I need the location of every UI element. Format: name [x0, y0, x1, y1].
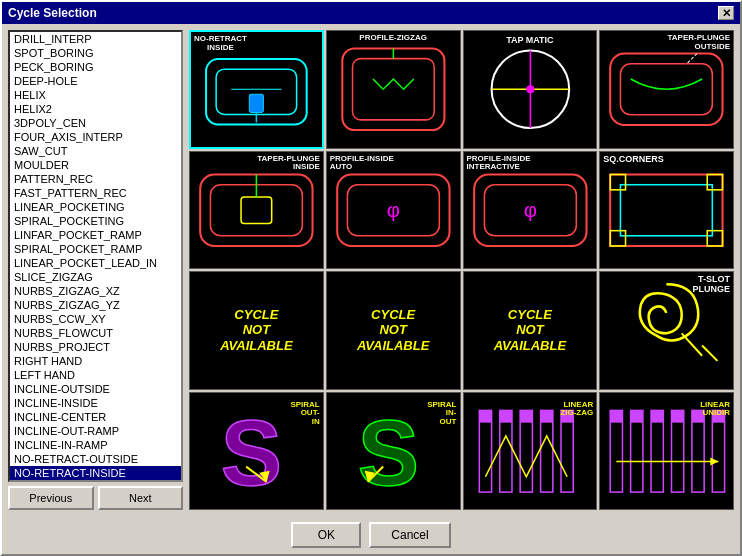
svg-rect-30: [707, 230, 722, 245]
list-item-linear-pocketing[interactable]: LINEAR_POCKETING: [10, 200, 181, 214]
list-item-linfar-pocket-ramp[interactable]: LINFAR_POCKET_RAMP: [10, 228, 181, 242]
list-item-right-hand[interactable]: RIGHT HAND: [10, 354, 181, 368]
svg-line-31: [682, 333, 702, 355]
svg-rect-5: [342, 48, 444, 130]
previous-button[interactable]: Previous: [8, 486, 94, 510]
list-item-peck-boring[interactable]: PECK_BORING: [10, 60, 181, 74]
list-item-deep-hole[interactable]: DEEP-HOLE: [10, 74, 181, 88]
grid-cell-spiral-in-out[interactable]: S S SPIRALIN-OUT: [326, 392, 461, 511]
grid-cell-linear-zigzag[interactable]: LINEARZIG-ZAG: [463, 392, 598, 511]
svg-rect-52: [610, 410, 622, 422]
list-item-incline-in-ramp[interactable]: INCLINE-IN-RAMP: [10, 438, 181, 452]
svg-rect-54: [631, 410, 643, 422]
svg-rect-42: [479, 410, 491, 422]
dialog-title: Cycle Selection: [8, 6, 97, 20]
grid-cell-tap-matic[interactable]: TAP MATIC: [463, 30, 598, 149]
cell-label-profile-inside-auto: PROFILE-INSIDEAUTO: [330, 155, 457, 173]
grid-cell-profile-inside-interactive[interactable]: φ PROFILE-INSIDEINTERACTIVE: [463, 151, 598, 270]
grid-cell-profile-zigzag[interactable]: PROFILE-ZIGZAG: [326, 30, 461, 149]
svg-rect-3: [249, 94, 263, 112]
svg-marker-64: [711, 457, 719, 465]
list-item-spiral-pocketing[interactable]: SPIRAL_POCKETING: [10, 214, 181, 228]
list-item-fast-pattern-rec[interactable]: FAST_PATTERN_REC: [10, 186, 181, 200]
cycle-list-scroll[interactable]: HOLE_INT-2DRILL_MOTIONSFAST_DRILLDRILL_I…: [10, 32, 181, 480]
svg-rect-17: [241, 196, 272, 223]
list-item-four-axis-interp[interactable]: FOUR_AXIS_INTERP: [10, 130, 181, 144]
cycle-not-available-label-2: CYCLENOTAVAILABLE: [357, 307, 429, 354]
list-item-no-retract-inside[interactable]: NO-RETRACT-INSIDE: [10, 466, 181, 480]
svg-text:S: S: [221, 401, 282, 503]
list-item-nurbs-ccw-xy[interactable]: NURBS_CCW_XY: [10, 312, 181, 326]
cell-label-profile-inside-interactive: PROFILE-INSIDEINTERACTIVE: [467, 155, 594, 173]
svg-rect-58: [672, 410, 684, 422]
cell-label-no-retract-inside: NO-RETRACTINSIDE: [194, 35, 247, 53]
list-item-no-retract-outside[interactable]: NO-RETRACT-OUTSIDE: [10, 452, 181, 466]
cell-label-t-slot-plunge: T-SLOTPLUNGE: [692, 275, 730, 295]
list-item-linear-pocket-lead-in[interactable]: LINEAR_POCKET_LEAD_IN: [10, 256, 181, 270]
cell-label-taper-plunge-outside: TAPER-PLUNGEOUTSIDE: [667, 34, 730, 52]
list-item-helix2[interactable]: HELIX2: [10, 102, 181, 116]
grid-cell-profile-inside-auto[interactable]: φ PROFILE-INSIDEAUTO: [326, 151, 461, 270]
cell-label-profile-zigzag: PROFILE-ZIGZAG: [330, 34, 457, 43]
list-item-3dpoly-cen[interactable]: 3DPOLY_CEN: [10, 116, 181, 130]
list-item-left-hand[interactable]: LEFT HAND: [10, 368, 181, 382]
svg-line-14: [687, 54, 697, 64]
grid-cell-cycle-not-2[interactable]: CYCLENOTAVAILABLE: [326, 271, 461, 390]
list-item-nurbs-zigzag-yz[interactable]: NURBS_ZIGZAG_YZ: [10, 298, 181, 312]
grid-cell-no-retract-inside[interactable]: NO-RETRACTINSIDE: [189, 30, 324, 149]
grid-cell-sq-corners[interactable]: SQ.CORNERS: [599, 151, 734, 270]
cancel-button[interactable]: Cancel: [369, 522, 450, 548]
list-item-slice-zigzag[interactable]: SLICE_ZIGZAG: [10, 270, 181, 284]
bottom-bar: OK Cancel: [2, 516, 740, 554]
cell-label-taper-plunge-inside: TAPER-PLUNGEINSIDE: [257, 155, 320, 173]
list-item-incline-center[interactable]: INCLINE-CENTER: [10, 410, 181, 424]
list-item-nurbs-project[interactable]: NURBS_PROJECT: [10, 340, 181, 354]
svg-rect-6: [352, 59, 434, 120]
list-item-spot-boring[interactable]: SPOT_BORING: [10, 46, 181, 60]
grid-cell-linear-unidir[interactable]: LINEARUNIDIR: [599, 392, 734, 511]
cell-label-sq-corners: SQ.CORNERS: [603, 155, 730, 165]
svg-text:φ: φ: [523, 199, 536, 221]
cell-label-linear-unidir: LINEARUNIDIR: [700, 401, 730, 419]
cell-label-spiral-out-in: SPIRALOUT-IN: [290, 401, 319, 427]
grid-cell-cycle-not-3[interactable]: CYCLENOTAVAILABLE: [463, 271, 598, 390]
list-item-saw-cut[interactable]: SAW_CUT: [10, 144, 181, 158]
svg-rect-56: [651, 410, 663, 422]
svg-text:S: S: [357, 401, 418, 503]
thumbnail-grid: NO-RETRACTINSIDE PROFILE-ZIGZAG: [189, 30, 734, 510]
cycle-selection-dialog: Cycle Selection ✕ HOLE_INT-2DRILL_MOTION…: [0, 0, 742, 556]
list-item-nurbs-flowcut[interactable]: NURBS_FLOWCUT: [10, 326, 181, 340]
ok-button[interactable]: OK: [291, 522, 361, 548]
list-item-drill-interp[interactable]: DRILL_INTERP: [10, 32, 181, 46]
list-item-incline-outside[interactable]: INCLINE-OUTSIDE: [10, 382, 181, 396]
grid-cell-taper-plunge-outside[interactable]: TAPER-PLUNGEOUTSIDE: [599, 30, 734, 149]
list-item-helix[interactable]: HELIX: [10, 88, 181, 102]
cell-label-tap-matic: TAP MATIC: [464, 36, 597, 46]
svg-point-11: [526, 85, 534, 93]
next-button[interactable]: Next: [98, 486, 184, 510]
left-panel: HOLE_INT-2DRILL_MOTIONSFAST_DRILLDRILL_I…: [8, 30, 183, 510]
grid-cell-cycle-not-1[interactable]: CYCLENOTAVAILABLE: [189, 271, 324, 390]
close-button[interactable]: ✕: [718, 6, 734, 20]
svg-rect-26: [621, 184, 713, 235]
grid-cell-spiral-out-in[interactable]: S S SPIRALOUT-IN: [189, 392, 324, 511]
list-item-incline-inside[interactable]: INCLINE-INSIDE: [10, 396, 181, 410]
cell-label-linear-zigzag: LINEARZIG-ZAG: [560, 401, 593, 419]
svg-rect-44: [499, 410, 511, 422]
svg-rect-46: [520, 410, 532, 422]
svg-text:φ: φ: [387, 199, 400, 221]
list-item-moulder[interactable]: MOULDER: [10, 158, 181, 172]
list-item-pattern-rec[interactable]: PATTERN_REC: [10, 172, 181, 186]
svg-rect-27: [610, 174, 625, 189]
list-item-spiral-pocket-ramp[interactable]: SPIRAL_POCKET_RAMP: [10, 242, 181, 256]
svg-line-32: [702, 346, 717, 361]
content-area: HOLE_INT-2DRILL_MOTIONSFAST_DRILLDRILL_I…: [2, 24, 740, 516]
cell-label-spiral-in-out: SPIRALIN-OUT: [427, 401, 456, 427]
svg-rect-28: [707, 174, 722, 189]
list-item-incline-out-ramp[interactable]: INCLINE-OUT-RAMP: [10, 424, 181, 438]
grid-cell-t-slot-plunge[interactable]: T-SLOTPLUNGE: [599, 271, 734, 390]
cycle-list-container: HOLE_INT-2DRILL_MOTIONSFAST_DRILLDRILL_I…: [8, 30, 183, 482]
list-item-nurbs-zigzag-xz[interactable]: NURBS_ZIGZAG_XZ: [10, 284, 181, 298]
svg-rect-48: [540, 410, 552, 422]
grid-cell-taper-plunge-inside[interactable]: TAPER-PLUNGEINSIDE: [189, 151, 324, 270]
